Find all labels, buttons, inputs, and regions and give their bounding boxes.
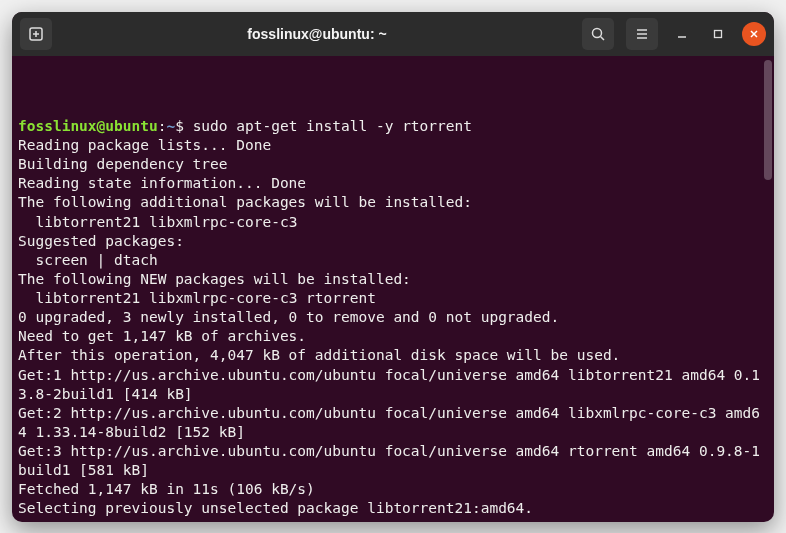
output-line: The following NEW packages will be insta…	[18, 270, 768, 289]
new-tab-button[interactable]	[20, 18, 52, 50]
output-line: Building dependency tree	[18, 155, 768, 174]
maximize-button[interactable]	[706, 22, 730, 46]
window-title: fosslinux@ubuntu: ~	[60, 26, 574, 42]
scrollbar[interactable]	[764, 60, 772, 180]
search-button[interactable]	[582, 18, 614, 50]
output-line: libtorrent21 libxmlrpc-core-c3	[18, 213, 768, 232]
output-line: Suggested packages:	[18, 232, 768, 251]
prompt-sep2: $	[175, 118, 192, 134]
svg-point-3	[593, 28, 602, 37]
prompt-user-host: fosslinux@ubuntu	[18, 118, 158, 134]
minimize-button[interactable]	[670, 22, 694, 46]
output-line: Need to get 1,147 kB of archives.	[18, 327, 768, 346]
terminal-window: fosslinux@ubuntu: ~ fosslinux@ubuntu:~$ …	[12, 12, 774, 522]
output-line: Get:1 http://us.archive.ubuntu.com/ubunt…	[18, 366, 768, 404]
output-line: Get:3 http://us.archive.ubuntu.com/ubunt…	[18, 442, 768, 480]
titlebar: fosslinux@ubuntu: ~	[12, 12, 774, 56]
output-line: Reading state information... Done	[18, 174, 768, 193]
close-button[interactable]	[742, 22, 766, 46]
hamburger-icon	[634, 26, 650, 42]
svg-line-4	[601, 36, 605, 40]
output-line: Fetched 1,147 kB in 11s (106 kB/s)	[18, 480, 768, 499]
prompt-path: ~	[166, 118, 175, 134]
prompt-line: fosslinux@ubuntu:~$ sudo apt-get install…	[18, 117, 768, 136]
output-line: After this operation, 4,047 kB of additi…	[18, 346, 768, 365]
output-line: libtorrent21 libxmlrpc-core-c3 rtorrent	[18, 289, 768, 308]
minimize-icon	[677, 29, 687, 39]
new-tab-icon	[28, 26, 44, 42]
svg-rect-9	[715, 30, 722, 37]
output-line: The following additional packages will b…	[18, 193, 768, 212]
output-line: Selecting previously unselected package …	[18, 499, 768, 518]
maximize-icon	[713, 29, 723, 39]
output-line: Reading package lists... Done	[18, 136, 768, 155]
output-line: Get:2 http://us.archive.ubuntu.com/ubunt…	[18, 404, 768, 442]
search-icon	[590, 26, 606, 42]
output-line: screen | dtach	[18, 251, 768, 270]
command-text: sudo apt-get install -y rtorrent	[193, 118, 472, 134]
close-icon	[749, 29, 759, 39]
menu-button[interactable]	[626, 18, 658, 50]
terminal-body[interactable]: fosslinux@ubuntu:~$ sudo apt-get install…	[12, 56, 774, 522]
output-line: 0 upgraded, 3 newly installed, 0 to remo…	[18, 308, 768, 327]
output-line: (Reading database ... 196184 files and d…	[18, 519, 768, 522]
